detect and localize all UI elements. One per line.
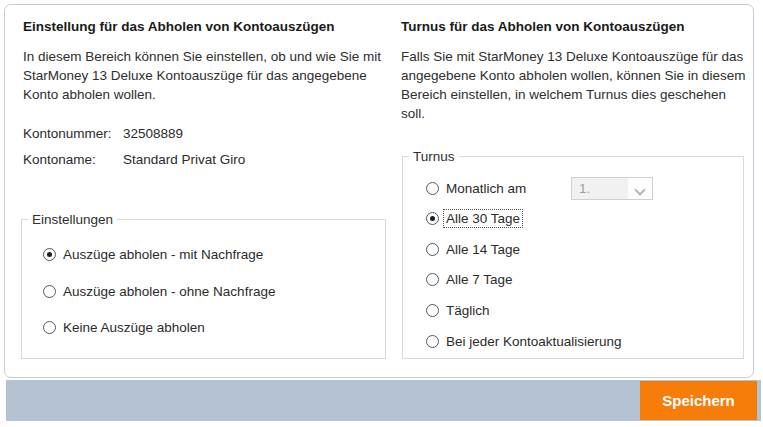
settings-group-legend: Einstellungen <box>28 211 117 228</box>
radio-alle-14-tage[interactable]: Alle 14 Tage <box>426 239 522 259</box>
radio-monatlich-am[interactable]: Monatlich am <box>426 178 528 198</box>
left-section-description: In diesem Bereich können Sie einstellen,… <box>23 47 381 104</box>
radio-abholen-mit-nachfrage[interactable]: Auszüge abholen - mit Nachfrage <box>43 244 265 264</box>
left-section-heading: Einstellung für das Abholen von Kontoaus… <box>23 18 381 36</box>
save-button[interactable]: Speichern <box>640 381 757 420</box>
radio-icon[interactable] <box>426 273 439 286</box>
radio-option-label[interactable]: Täglich <box>444 302 492 319</box>
account-name-value: Standard Privat Giro <box>123 152 245 167</box>
radio-kontoaktualisierung[interactable]: Bei jeder Kontoaktualisierung <box>426 331 624 351</box>
account-number-label: Kontonummer: <box>23 126 123 141</box>
radio-alle-7-tage[interactable]: Alle 7 Tage <box>426 269 515 289</box>
radio-icon[interactable] <box>426 335 439 348</box>
radio-option-label[interactable]: Monatlich am <box>444 180 528 197</box>
radio-icon[interactable] <box>43 248 56 261</box>
chevron-down-icon <box>636 185 644 193</box>
account-name-row: Kontoname: Standard Privat Giro <box>23 146 245 172</box>
settings-group: Einstellungen Auszüge abholen - mit Nach… <box>21 219 386 359</box>
radio-option-label[interactable]: Bei jeder Kontoaktualisierung <box>444 333 624 350</box>
radio-icon[interactable] <box>426 243 439 256</box>
account-number-row: Kontonummer: 32508889 <box>23 120 245 146</box>
right-section-heading: Turnus für das Abholen von Kontoauszügen <box>401 18 749 36</box>
radio-abholen-ohne-nachfrage[interactable]: Auszüge abholen - ohne Nachfrage <box>43 281 277 301</box>
radio-option-label[interactable]: Alle 30 Tage <box>444 210 522 227</box>
settings-page: Einstellung für das Abholen von Kontoaus… <box>0 0 763 427</box>
radio-taeglich[interactable]: Täglich <box>426 300 492 320</box>
account-name-label: Kontoname: <box>23 152 123 167</box>
right-section-description: Falls Sie mit StarMoney 13 Deluxe Kontoa… <box>401 47 749 123</box>
dropdown-arrow-box[interactable] <box>628 178 652 199</box>
radio-option-label[interactable]: Alle 7 Tage <box>444 271 515 288</box>
radio-icon[interactable] <box>43 321 56 334</box>
account-info: Kontonummer: 32508889 Kontoname: Standar… <box>23 120 245 172</box>
radio-icon[interactable] <box>426 182 439 195</box>
radio-option-label[interactable]: Auszüge abholen - ohne Nachfrage <box>61 283 277 300</box>
turnus-group: Turnus Monatlich am 1. Alle 30 Tage Alle… <box>402 156 744 359</box>
radio-option-label[interactable]: Alle 14 Tage <box>444 241 522 258</box>
account-number-value: 32508889 <box>123 126 183 141</box>
radio-icon[interactable] <box>426 304 439 317</box>
turnus-group-legend: Turnus <box>409 148 459 165</box>
radio-icon[interactable] <box>426 212 439 225</box>
radio-option-label[interactable]: Keine Auszüge abholen <box>61 319 207 336</box>
radio-alle-30-tage[interactable]: Alle 30 Tage <box>426 208 522 228</box>
radio-option-label[interactable]: Auszüge abholen - mit Nachfrage <box>61 246 265 263</box>
radio-icon[interactable] <box>43 285 56 298</box>
statement-settings-panel: Einstellung für das Abholen von Kontoaus… <box>4 4 754 378</box>
day-of-month-value: 1. <box>572 181 628 196</box>
radio-keine-auszuege[interactable]: Keine Auszüge abholen <box>43 317 207 337</box>
day-of-month-select[interactable]: 1. <box>571 177 653 200</box>
